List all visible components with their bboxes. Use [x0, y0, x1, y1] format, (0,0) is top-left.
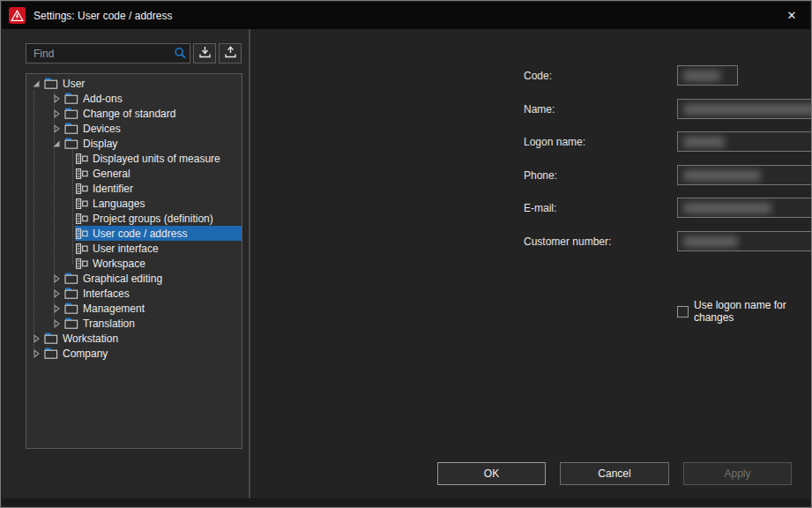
tree-item-translation[interactable]: Translation	[26, 316, 242, 331]
folder-icon	[44, 347, 58, 359]
tree-item-interfaces[interactable]: Interfaces	[26, 286, 242, 301]
expand-arrow-icon[interactable]	[28, 331, 43, 346]
tree-item-label: Change of standard	[83, 108, 175, 120]
arrow-up-from-tray-icon	[224, 46, 237, 62]
folder-icon	[64, 108, 78, 119]
settings-page-icon	[76, 198, 88, 209]
tree-item-workspace[interactable]: Workspace	[26, 256, 242, 271]
tree-item-add-ons[interactable]: Add-ons	[26, 91, 242, 106]
phone-label: Phone:	[524, 169, 557, 182]
tree-item-label: Company	[63, 347, 108, 360]
folder-icon	[44, 332, 58, 344]
tree-item-languages[interactable]: Languages	[26, 196, 242, 211]
redacted-value	[683, 203, 771, 213]
expand-arrow-icon[interactable]	[48, 301, 63, 316]
checkbox-label: Use logon name for changes	[694, 299, 810, 324]
tree-item-user-interface[interactable]: User interface	[26, 241, 242, 256]
redacted-value	[683, 104, 812, 115]
settings-page-icon	[76, 168, 88, 179]
tree-item-label: User code / address	[93, 228, 187, 240]
cancel-button[interactable]: Cancel	[560, 462, 669, 485]
folder-icon	[44, 78, 58, 89]
name-label: Name:	[524, 103, 555, 116]
tree-item-user[interactable]: User	[26, 76, 242, 91]
eplan-logo-icon	[9, 7, 26, 24]
redacted-value	[683, 71, 720, 81]
settings-page-icon	[76, 258, 88, 269]
settings-page-icon	[76, 213, 88, 224]
magnifier-icon[interactable]	[174, 47, 187, 60]
e-mail-field[interactable]	[677, 198, 812, 218]
use-logon-name-row: Use logon name for changes	[677, 299, 810, 324]
tree-item-label: Identifier	[93, 183, 133, 195]
form-panel: Use logon name for changes OK Cancel App…	[250, 29, 810, 498]
tree-item-label: Displayed units of measure	[93, 153, 220, 165]
tree-item-label: Graphical editing	[83, 273, 162, 285]
settings-dialog: Settings: User code / address ✕	[0, 0, 812, 508]
tree-item-label: Workspace	[93, 258, 145, 270]
code-field[interactable]	[677, 65, 738, 86]
settings-page-icon	[76, 183, 88, 194]
collapse-arrow-icon[interactable]	[28, 76, 43, 91]
redacted-value	[683, 137, 725, 147]
arrow-down-into-tray-icon	[198, 46, 212, 62]
expand-arrow-icon[interactable]	[48, 271, 63, 286]
export-settings-button[interactable]	[219, 43, 242, 64]
window-title: Settings: User code / address	[34, 10, 172, 22]
apply-button[interactable]: Apply	[683, 462, 792, 485]
tree-item-label: Devices	[83, 123, 121, 135]
tree-item-label: User interface	[93, 243, 159, 255]
folder-icon	[64, 288, 78, 299]
title-bar: Settings: User code / address ✕	[2, 2, 810, 29]
tree-item-label: Add-ons	[83, 93, 123, 105]
tree-item-label: General	[93, 168, 130, 180]
expand-arrow-icon[interactable]	[48, 121, 63, 136]
code-label: Code:	[524, 70, 552, 82]
folder-icon	[64, 123, 78, 134]
expand-arrow-icon[interactable]	[28, 346, 43, 361]
tree-item-general[interactable]: General	[26, 166, 242, 181]
expand-arrow-icon[interactable]	[48, 91, 63, 106]
collapse-arrow-icon[interactable]	[48, 136, 63, 151]
redacted-value	[683, 170, 761, 181]
search-input[interactable]	[26, 48, 174, 60]
tree-item-devices[interactable]: Devices	[26, 121, 242, 136]
tree-item-label: Display	[83, 138, 117, 150]
tree-item-identifier[interactable]: Identifier	[26, 181, 242, 196]
tree-item-label: Management	[83, 303, 145, 315]
tree-item-display[interactable]: Display	[26, 136, 242, 151]
search-box	[26, 43, 190, 64]
customer-number-field[interactable]	[677, 231, 812, 251]
settings-tree: User Add-ons Change of standard Devices …	[26, 73, 242, 449]
logon-name-field[interactable]	[677, 131, 812, 152]
tree-item-management[interactable]: Management	[26, 301, 242, 316]
navigation-panel: User Add-ons Change of standard Devices …	[2, 29, 250, 498]
tree-item-label: User	[63, 78, 85, 90]
expand-arrow-icon[interactable]	[48, 316, 63, 331]
tree-item-company[interactable]: Company	[26, 346, 242, 361]
tree-item-user-code-address[interactable]: User code / address	[26, 226, 242, 241]
tree-item-workstation[interactable]: Workstation	[26, 331, 242, 346]
e-mail-label: E-mail:	[524, 202, 556, 214]
tree-item-label: Translation	[83, 318, 135, 330]
expand-arrow-icon[interactable]	[48, 286, 63, 301]
tree-item-label: Project groups (definition)	[93, 213, 213, 225]
folder-icon	[64, 318, 78, 329]
import-settings-button[interactable]	[193, 43, 216, 64]
customer-number-label: Customer number:	[524, 235, 611, 248]
expand-arrow-icon[interactable]	[48, 106, 63, 121]
phone-field[interactable]	[677, 165, 812, 185]
name-field[interactable]	[677, 99, 812, 119]
folder-icon	[64, 303, 78, 314]
tree-item-displayed-units-of-measure[interactable]: Displayed units of measure	[26, 151, 242, 166]
tree-item-change-of-standard[interactable]: Change of standard	[26, 106, 242, 121]
use-logon-name-checkbox[interactable]	[677, 306, 689, 318]
close-icon[interactable]: ✕	[784, 8, 800, 24]
tree-item-project-groups-definition[interactable]: Project groups (definition)	[26, 211, 242, 226]
tree-item-label: Workstation	[63, 332, 118, 345]
ok-button[interactable]: OK	[437, 462, 546, 485]
window-bottom-strip	[2, 498, 810, 506]
folder-icon	[64, 138, 78, 149]
tree-item-graphical-editing[interactable]: Graphical editing	[26, 271, 242, 286]
logon-name-label: Logon name:	[524, 136, 585, 148]
